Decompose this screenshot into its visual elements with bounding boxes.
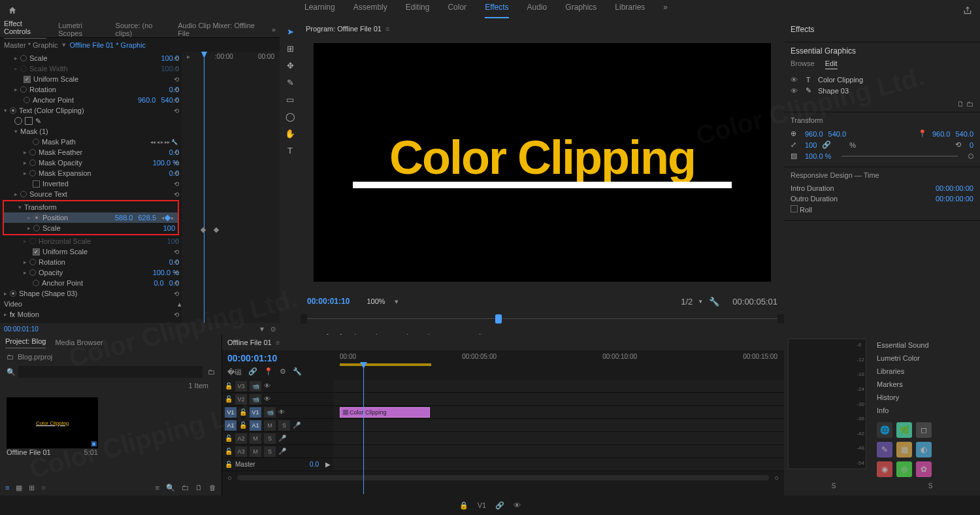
filter-icon[interactable]: ▼ <box>259 325 265 333</box>
tab-effect-controls[interactable]: Effect Controls <box>4 20 46 39</box>
reset-icon[interactable]: ⟲ <box>174 170 179 177</box>
wrench-icon[interactable]: 🔧 <box>171 139 178 145</box>
rectangle-tool-icon[interactable]: ▭ <box>284 93 297 106</box>
stopwatch-icon[interactable] <box>33 280 39 286</box>
reset-icon[interactable]: ⟲ <box>174 269 179 276</box>
stopwatch-icon[interactable] <box>33 225 40 231</box>
chevron-down-icon[interactable]: ▾ <box>395 297 399 306</box>
xf-rot[interactable]: 0 <box>970 141 973 149</box>
twirl-icon[interactable]: ▸ <box>24 149 27 156</box>
eye-icon[interactable]: 👁 <box>278 408 285 416</box>
mute-button[interactable]: M <box>264 420 276 431</box>
twirl-icon[interactable]: ▸ <box>24 259 27 265</box>
twirl-icon[interactable]: ▸ <box>4 290 7 297</box>
stopwatch-icon[interactable] <box>10 290 16 297</box>
prev-frame-icon[interactable]: ◂ <box>157 139 159 145</box>
linked-selection-icon[interactable]: 🔗 <box>248 367 257 377</box>
freeform-view-icon[interactable]: ⊞ <box>29 484 35 492</box>
anchor-x[interactable]: 960.0 <box>138 96 156 104</box>
reset-icon[interactable]: ⟲ <box>174 259 179 266</box>
track-target[interactable]: V1 <box>250 407 261 418</box>
new-layer-icon[interactable]: 🗋 <box>957 100 964 108</box>
eye-icon[interactable]: 👁 <box>791 76 798 84</box>
eg-edit-tab[interactable]: Edit <box>825 59 838 69</box>
settings-icon[interactable]: ⚙ <box>280 367 286 377</box>
twirl-icon[interactable]: ▸ <box>14 191 18 197</box>
transform-group[interactable]: Transform <box>24 203 178 211</box>
position-x[interactable]: 588.0 <box>115 214 133 222</box>
lock-icon[interactable]: 🔓 <box>225 395 233 403</box>
panel-essential-sound[interactable]: Essential Sound <box>877 339 973 352</box>
twirl-icon[interactable]: ▸ <box>27 214 31 221</box>
reset-icon[interactable]: ⟲ <box>174 191 179 198</box>
share-icon[interactable] <box>963 6 972 15</box>
uniform-scale-checkbox[interactable]: ✓ <box>24 76 31 83</box>
twirl-icon[interactable]: ▸ <box>27 225 31 231</box>
fx-badge-icon[interactable]: fx <box>10 311 15 318</box>
voiceover-icon[interactable]: 🎤 <box>278 448 286 455</box>
keyframe-icon[interactable] <box>201 227 206 233</box>
cc-preset-icon[interactable]: ◐ <box>916 442 932 457</box>
reset-icon[interactable]: ⟲ <box>174 311 179 318</box>
reset-icon[interactable]: ⟲ <box>174 97 179 104</box>
move-tool-icon[interactable]: ✥ <box>284 59 297 72</box>
xf-anchor-x[interactable]: 960.0 <box>932 130 951 138</box>
xf-anchor-y[interactable]: 540.0 <box>955 130 973 138</box>
stopwatch-icon[interactable] <box>29 269 36 276</box>
lock-icon[interactable]: 🔓 <box>225 461 233 468</box>
next-frame-icon[interactable]: ▸▸ <box>165 139 170 145</box>
reset-icon[interactable]: ⟲ <box>174 107 179 114</box>
mask-group[interactable]: Mask (1) <box>20 127 182 135</box>
tab-menu-icon[interactable]: ≡ <box>276 339 280 346</box>
stopwatch-icon[interactable] <box>20 191 27 197</box>
reset-icon[interactable]: ⟲ <box>174 290 179 297</box>
sequence-tab[interactable]: Offline File 01 <box>227 339 272 346</box>
panel-info[interactable]: Info <box>877 404 973 417</box>
stopwatch-icon[interactable] <box>29 149 36 156</box>
twirl-icon[interactable]: ▸ <box>14 55 18 61</box>
inverted-checkbox[interactable] <box>33 180 40 188</box>
rect-mask-icon[interactable] <box>25 117 33 125</box>
list-view-icon[interactable]: ≡ <box>5 484 9 491</box>
panel-history[interactable]: History <box>877 391 973 404</box>
ec-current-time[interactable]: 00:00:01:10 <box>4 325 39 333</box>
solo-l[interactable]: S <box>832 482 836 490</box>
stopwatch-icon[interactable] <box>33 139 39 145</box>
twirl-icon[interactable]: ▸ <box>24 159 27 166</box>
new-bin-icon[interactable]: 🗀 <box>208 368 215 376</box>
sort-icon[interactable]: ○ <box>41 484 46 491</box>
settings-icon[interactable]: 🔧 <box>709 297 719 307</box>
program-tab[interactable]: Program: Offline File 01 <box>306 25 382 33</box>
cc-preset-icon[interactable]: ◻ <box>916 422 932 438</box>
twirl-icon[interactable]: ▸ <box>14 86 18 93</box>
reset-icon[interactable]: ⟲ <box>174 159 179 167</box>
mute-button[interactable]: M <box>250 446 261 457</box>
effect-timeline[interactable]: ▸:00:0000:00 <box>182 52 280 323</box>
solo-r[interactable]: S <box>928 482 933 490</box>
work-area-bar[interactable] <box>340 363 431 366</box>
layer-row[interactable]: 👁TColor Clipping <box>791 75 973 85</box>
solo-button[interactable]: S <box>264 433 276 444</box>
cc-preset-icon[interactable]: 🌐 <box>877 422 892 438</box>
slider-handle[interactable] <box>968 154 973 159</box>
lock-icon[interactable]: 🔓 <box>225 382 233 390</box>
anchor2-x[interactable]: 0.0 <box>154 279 163 287</box>
ec-master-label[interactable]: Master * Graphic <box>4 41 58 49</box>
icon-view-icon[interactable]: ▦ <box>16 484 22 492</box>
tab-menu-icon[interactable]: ≡ <box>385 25 389 33</box>
twirl-icon[interactable]: ▾ <box>14 128 18 135</box>
track-target[interactable]: V3 <box>235 381 247 391</box>
program-monitor[interactable]: Color Clipping <box>301 37 784 288</box>
track-output[interactable]: 📹 <box>250 381 261 391</box>
reset-icon[interactable]: ⟲ <box>174 248 179 256</box>
lock-icon[interactable]: 🔓 <box>239 408 247 416</box>
reset-icon[interactable]: ⟲ <box>174 280 179 287</box>
panel-libraries[interactable]: Libraries <box>877 365 973 378</box>
stopwatch-icon[interactable] <box>10 107 16 114</box>
opacity-slider[interactable] <box>841 156 958 157</box>
ws-effects[interactable]: Effects <box>485 3 508 18</box>
ws-graphics[interactable]: Graphics <box>565 3 596 18</box>
solo-button[interactable]: S <box>278 420 290 431</box>
stopwatch-icon[interactable] <box>20 86 27 93</box>
ec-clip-label[interactable]: Offline File 01 * Graphic <box>70 41 146 49</box>
